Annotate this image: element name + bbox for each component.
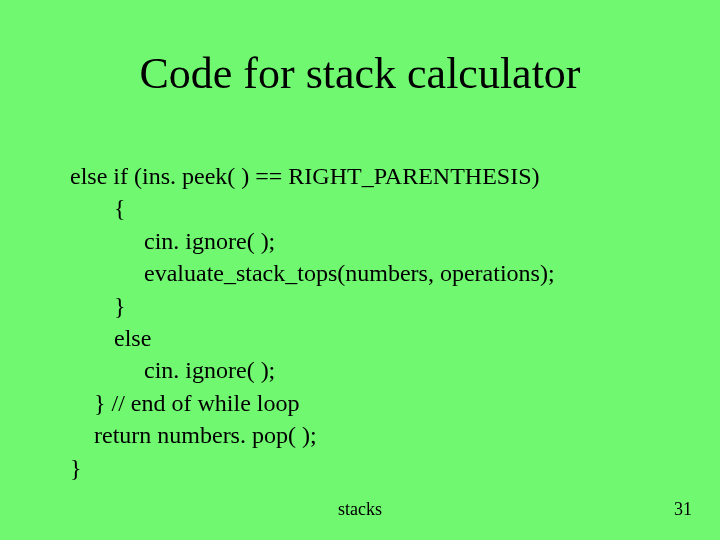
footer-topic: stacks — [0, 499, 720, 520]
code-line: else if (ins. peek( ) == RIGHT_PARENTHES… — [70, 160, 680, 192]
code-line: else — [70, 322, 680, 354]
slide-title: Code for stack calculator — [0, 48, 720, 99]
code-line: cin. ignore( ); — [70, 354, 680, 386]
page-number: 31 — [674, 499, 692, 520]
code-line: return numbers. pop( ); — [70, 419, 680, 451]
code-line: } // end of while loop — [70, 387, 680, 419]
slide: Code for stack calculator else if (ins. … — [0, 0, 720, 540]
code-block: else if (ins. peek( ) == RIGHT_PARENTHES… — [70, 160, 680, 484]
code-line: cin. ignore( ); — [70, 225, 680, 257]
code-line: } — [70, 452, 680, 484]
code-line: { — [70, 192, 680, 224]
code-line: evaluate_stack_tops(numbers, operations)… — [70, 257, 680, 289]
code-line: } — [70, 290, 680, 322]
